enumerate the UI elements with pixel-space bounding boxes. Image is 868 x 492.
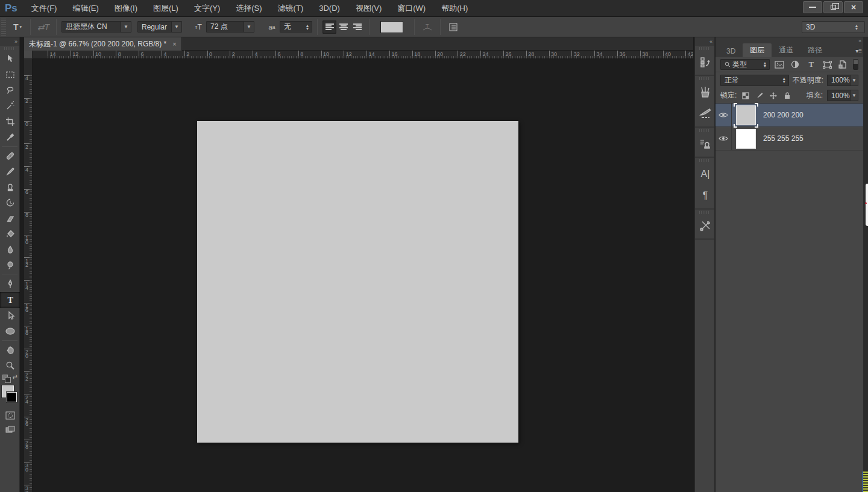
dodge-tool[interactable]	[0, 258, 20, 273]
fill-input[interactable]: 100% ▼	[827, 90, 858, 101]
lock-transparency-icon[interactable]	[741, 91, 750, 101]
move-tool[interactable]	[0, 51, 20, 67]
brush-tool[interactable]	[0, 164, 20, 179]
anti-alias-select[interactable]: 无 ▲▼	[280, 21, 312, 33]
filter-type-layers-icon[interactable]: T	[805, 59, 817, 70]
panel-gripper[interactable]	[699, 159, 710, 162]
opacity-input[interactable]: 100% ▼	[827, 75, 858, 86]
align-center-button[interactable]	[336, 20, 350, 34]
tab-layers[interactable]: 图层	[743, 43, 772, 57]
filter-pixel-layers-icon[interactable]	[773, 59, 785, 70]
magic-wand-tool[interactable]	[0, 98, 20, 114]
opacity-dropdown-icon[interactable]: ▼	[850, 75, 858, 86]
blur-tool[interactable]	[0, 242, 20, 258]
filter-type-select[interactable]: 类型 ▲▼	[720, 59, 770, 70]
tool-presets-panel-icon[interactable]	[695, 215, 715, 237]
clone-stamp-tool[interactable]	[0, 179, 20, 195]
canvas-viewport[interactable]	[33, 59, 693, 492]
toggle-panels-icon[interactable]	[445, 20, 461, 34]
panel-gripper[interactable]	[699, 211, 710, 214]
paint-bucket-tool[interactable]	[0, 226, 20, 242]
ruler-origin-box[interactable]	[24, 51, 33, 59]
eraser-tool[interactable]	[0, 211, 20, 226]
zoom-tool[interactable]	[0, 358, 20, 373]
menu-filter[interactable]: 滤镜(T)	[270, 0, 312, 17]
menu-layer[interactable]: 图层(L)	[145, 0, 186, 17]
layer-name[interactable]: 200 200 200	[763, 111, 804, 119]
vertical-ruler[interactable]: 4202468101214161820222426283032	[24, 59, 33, 492]
strip-expand-button[interactable]: «	[695, 37, 714, 46]
menu-image[interactable]: 图像(I)	[107, 0, 145, 17]
panel-menu-icon[interactable]: ▾≡	[855, 48, 862, 54]
default-colors-icon[interactable]	[2, 375, 8, 380]
lasso-tool[interactable]	[0, 83, 20, 98]
font-family-select[interactable]: 思源黑体 CN ▼	[61, 21, 131, 33]
document-canvas[interactable]	[197, 121, 518, 443]
horizontal-ruler[interactable]: 1412108642024681012141618202224262830323…	[33, 51, 693, 59]
panel-gripper[interactable]	[699, 47, 710, 50]
ellipse-tool[interactable]	[0, 323, 20, 339]
close-button[interactable]: ×	[844, 1, 863, 13]
menu-file[interactable]: 文件(F)	[24, 0, 65, 17]
menu-view[interactable]: 视图(V)	[348, 0, 389, 17]
crop-tool[interactable]	[0, 114, 20, 129]
layer-row-200[interactable]: 200 200 200	[715, 104, 863, 127]
history-brush-tool[interactable]	[0, 195, 20, 211]
tab-3d[interactable]: 3D	[719, 45, 743, 57]
menu-window[interactable]: 窗口(W)	[389, 0, 433, 17]
minimize-button[interactable]	[803, 1, 822, 13]
panel-gripper[interactable]	[699, 129, 710, 132]
text-color-swatch[interactable]	[380, 21, 403, 33]
lock-position-icon[interactable]	[769, 91, 778, 101]
align-right-button[interactable]	[350, 20, 364, 34]
clone-source-panel-icon[interactable]	[695, 133, 715, 155]
brush-presets-panel-icon[interactable]	[695, 103, 715, 125]
lock-pixels-icon[interactable]	[755, 91, 764, 101]
panel-gripper[interactable]	[699, 77, 710, 80]
history-panel-icon[interactable]	[695, 51, 715, 73]
menu-edit[interactable]: 编辑(E)	[64, 0, 106, 17]
paragraph-panel-icon[interactable]: ¶	[695, 185, 715, 207]
character-panel-icon[interactable]: A|	[695, 163, 715, 185]
toolbar-collapse-button[interactable]: »	[0, 37, 19, 46]
font-style-dropdown-icon[interactable]: ▼	[171, 22, 181, 32]
background-color-swatch[interactable]	[7, 392, 17, 402]
anti-alias-spinner-icon[interactable]: ▲▼	[303, 22, 312, 32]
type-tool[interactable]: T	[0, 292, 20, 308]
align-left-button[interactable]	[322, 20, 336, 34]
restore-button[interactable]	[823, 1, 843, 13]
eyedropper-tool[interactable]	[0, 129, 20, 145]
workspace-switcher[interactable]: 3D ▲▼	[802, 21, 865, 33]
tab-close-icon[interactable]: ×	[172, 40, 176, 48]
lock-all-icon[interactable]	[782, 91, 792, 101]
font-family-dropdown-icon[interactable]: ▼	[121, 22, 131, 32]
swap-colors-icon[interactable]: ⇄	[13, 373, 17, 380]
layer-name[interactable]: 255 255 255	[763, 134, 804, 143]
font-size-select[interactable]: 72 点 ▼	[206, 21, 254, 33]
text-orientation-icon[interactable]: ⇄T	[36, 20, 51, 34]
spot-healing-brush-tool[interactable]	[0, 148, 20, 164]
layer-visibility-icon[interactable]	[715, 104, 732, 126]
quick-mask-button[interactable]	[0, 408, 20, 423]
menu-select[interactable]: 选择(S)	[228, 0, 269, 17]
tab-channels[interactable]: 通道	[772, 43, 800, 57]
filter-smart-objects-icon[interactable]	[837, 59, 849, 70]
layer-thumbnail[interactable]	[736, 129, 756, 149]
font-size-dropdown-icon[interactable]: ▼	[244, 22, 254, 32]
pen-tool[interactable]	[0, 276, 20, 292]
options-gripper[interactable]	[1, 19, 6, 36]
path-selection-tool[interactable]	[0, 308, 20, 323]
layer-visibility-icon[interactable]	[715, 127, 732, 150]
menu-type[interactable]: 文字(Y)	[186, 0, 228, 17]
menu-3d[interactable]: 3D(D)	[311, 0, 348, 17]
layer-row-255[interactable]: 255 255 255	[715, 127, 863, 151]
filter-adjustment-layers-icon[interactable]	[789, 59, 801, 70]
font-style-select[interactable]: Regular ▼	[137, 21, 182, 33]
brush-panel-icon[interactable]	[695, 81, 715, 103]
screen-mode-button[interactable]	[0, 423, 20, 437]
document-tab[interactable]: 未标题-1 @ 66.7% (200 200 200, RGB/8) * ×	[24, 37, 182, 51]
layer-filter-switch[interactable]	[853, 59, 858, 70]
filter-shape-layers-icon[interactable]	[821, 59, 833, 70]
toolbar-gripper[interactable]	[4, 47, 15, 50]
tab-paths[interactable]: 路径	[800, 43, 829, 57]
